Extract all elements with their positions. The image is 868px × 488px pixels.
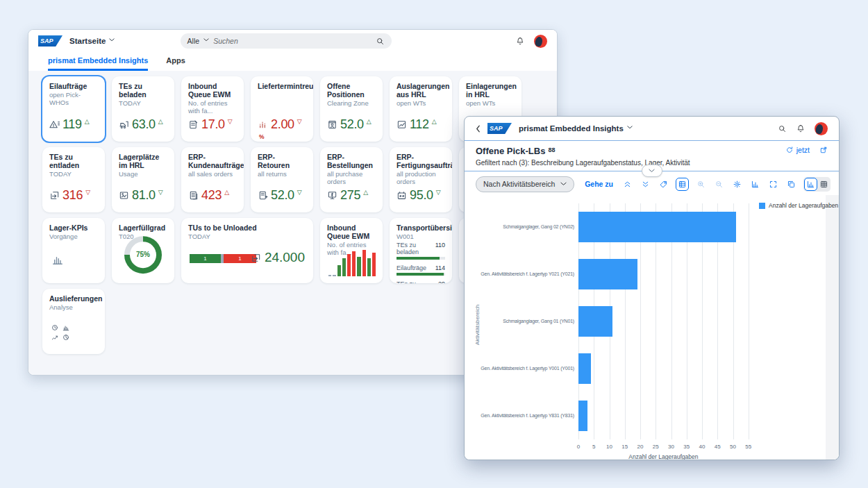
tile-inbound-queue-ewm[interactable]: Inbound Queue EWMNo. of entries with fa.… xyxy=(320,218,383,283)
search-input[interactable]: Suchen xyxy=(213,37,371,45)
back-chevron-icon[interactable] xyxy=(476,125,481,133)
category-label: Schmalganglager, Gang 01 (YN01) xyxy=(473,319,574,323)
tile-subtitle: No. of entries with fa... xyxy=(188,99,237,115)
tile-subtitle: all sales orders xyxy=(188,170,237,178)
refresh-button[interactable]: jetzt xyxy=(785,146,810,154)
goto-link[interactable]: Gehe zu xyxy=(585,180,613,188)
x-axis-tick-label: 50 xyxy=(730,444,736,450)
tile-auslieferungen[interactable]: AuslieferungenAnalyse xyxy=(42,289,105,354)
trend-down-indicator: ▽ xyxy=(158,189,163,196)
bar-2[interactable] xyxy=(578,259,637,289)
tile-kpi-value: 316▽ xyxy=(49,188,90,203)
tile-inbound-queue-ewm[interactable]: Inbound Queue EWMNo. of entries with fa.… xyxy=(181,76,244,142)
bar-1[interactable] xyxy=(578,212,736,242)
x-axis-tick-label: 45 xyxy=(715,444,721,450)
tile-kpi-value: 52.0▽ xyxy=(258,188,302,203)
trend-up-indicator: △ xyxy=(432,118,437,125)
tile-kpi-unit: % xyxy=(259,133,265,140)
search-bar[interactable]: Alle Suchen xyxy=(181,33,392,49)
tile-offene-positionen[interactable]: Offene PositionenClearing Zone52.0△ xyxy=(320,76,383,142)
tile-lager-kpis[interactable]: Lager-KPIsVorgänge xyxy=(42,218,105,283)
mini-bar xyxy=(342,258,346,276)
export-icon[interactable] xyxy=(785,178,797,190)
open-in-new-icon[interactable] xyxy=(819,146,828,154)
comparison-line: TEs zu beladen110 xyxy=(397,242,445,255)
tile-lagerf-llgrad[interactable]: LagerfüllgradT02075% xyxy=(112,218,174,283)
search-icon[interactable] xyxy=(376,37,385,46)
refresh-label: jetzt xyxy=(796,146,810,154)
unload-icon xyxy=(251,253,261,263)
tile-title: ERP-Bestellungen xyxy=(327,153,376,169)
tile-tus-to-be-unloaded[interactable]: TUs to be UnloadedTODAY1124.000 xyxy=(181,218,313,283)
tile-eilauftr-ge[interactable]: Eilaufträgeopen Pick-WHOs119△ xyxy=(42,76,105,142)
tile-title: TUs to be Unloaded xyxy=(188,224,306,232)
nav-title-menu[interactable]: Startseite xyxy=(69,37,115,45)
sap-logo[interactable]: SAP xyxy=(38,35,62,47)
chart-view-icon[interactable] xyxy=(804,178,817,191)
tile-erp-retouren[interactable]: ERP-Retourenall returns52.0▽ xyxy=(251,147,313,212)
trend-icon xyxy=(51,333,60,342)
legend-color-swatch xyxy=(759,203,765,209)
user-avatar[interactable] xyxy=(815,122,828,135)
tile-subtitle: Usage xyxy=(119,170,167,178)
mini-bar xyxy=(357,257,360,276)
tab-apps[interactable]: Apps xyxy=(166,56,185,71)
tile-title: ERP-Retouren xyxy=(258,153,306,169)
chevron-down-icon[interactable] xyxy=(203,38,209,44)
zoom-out-icon[interactable] xyxy=(713,178,725,190)
bars-icon xyxy=(258,119,268,130)
sap-logo[interactable]: SAP xyxy=(487,123,512,134)
alert-icon xyxy=(49,119,60,130)
user-avatar[interactable] xyxy=(534,35,547,48)
tile-title: TEs zu entladen xyxy=(49,153,98,169)
trend-down-indicator: ▽ xyxy=(228,118,233,125)
tile-title: Eilaufträge xyxy=(49,82,98,90)
tag-icon[interactable] xyxy=(658,178,669,190)
x-axis-title: Anzahl der Lageraufgaben xyxy=(578,453,749,460)
trend-down-indicator: ▽ xyxy=(297,189,302,196)
table-view-icon[interactable] xyxy=(818,178,830,190)
expand-all-icon[interactable] xyxy=(640,178,651,190)
notifications-bell-icon[interactable] xyxy=(515,36,525,46)
tile-title: Transportübersicht xyxy=(397,224,445,232)
tile-subtitle: Vorgänge xyxy=(49,233,98,240)
gray-bars-icon xyxy=(51,253,65,267)
tab-prismat-embedded-insights[interactable]: prismat Embedded Insights xyxy=(48,56,148,71)
collapse-all-icon[interactable] xyxy=(621,178,633,190)
trend-down-indicator: ▽ xyxy=(85,189,90,196)
tile-liefertermintreue[interactable]: Liefertermintreue2.00▽% xyxy=(251,76,313,142)
tile-erp-fertigungsauftr-ge[interactable]: ERP-Fertigungsaufträgeall production ord… xyxy=(390,147,452,212)
comparison-value: 114 xyxy=(435,264,445,271)
dimension-select-button[interactable]: Nach Aktivitätsbereich xyxy=(476,176,574,192)
tile-kpi-number: 52.0 xyxy=(271,188,294,203)
tile-tes-zu-entladen[interactable]: TEs zu entladenTODAY316▽ xyxy=(42,147,105,212)
search-icon[interactable] xyxy=(778,124,787,133)
tile-erp-kundenauftr-ge[interactable]: ERP-Kundenaufträgeall sales orders423△ xyxy=(181,147,244,212)
notifications-bell-icon[interactable] xyxy=(796,124,806,133)
chart-axis-icon[interactable] xyxy=(749,178,761,190)
bar-4[interactable] xyxy=(578,353,591,384)
tile-subtitle: TODAY xyxy=(119,99,167,107)
search-scope-select[interactable]: Alle xyxy=(187,37,200,45)
settings-icon[interactable] xyxy=(731,178,743,190)
tile-auslagerungen-aus-hrl[interactable]: Auslagerungen aus HRLopen WTs112△ xyxy=(390,76,452,142)
zoom-in-icon[interactable] xyxy=(695,178,707,190)
app-title-menu[interactable]: prismat Embedded Insights xyxy=(519,124,633,133)
mini-icon-cluster xyxy=(51,323,72,342)
expand-filter-bar-button[interactable] xyxy=(642,165,662,177)
tile-tes-zu-beladen[interactable]: TEs zu beladenTODAY63.0△ xyxy=(112,76,174,142)
trend-down-indicator: ▽ xyxy=(297,118,302,125)
nav-title-label: Startseite xyxy=(69,37,106,45)
bar-3[interactable] xyxy=(578,306,612,337)
tile-transport-bersicht[interactable]: TransportübersichtW001TEs zu beladen110E… xyxy=(390,218,452,283)
forklift-icon xyxy=(119,119,129,130)
tile-title: Lagerplätze im HRL xyxy=(119,153,167,169)
tile-subtitle: open Pick-WHOs xyxy=(49,91,98,106)
dimension-label: Nach Aktivitätsbereich xyxy=(483,180,555,188)
bar-5[interactable] xyxy=(578,401,587,431)
tile-erp-bestellungen[interactable]: ERP-Bestellungenall purchase orders275△ xyxy=(320,147,383,212)
comparison-label: TEs zu beladen xyxy=(397,242,435,255)
fullscreen-icon[interactable] xyxy=(767,178,779,190)
legend-icon[interactable] xyxy=(676,178,689,191)
tile-lagerpl-tze-im-hrl[interactable]: Lagerplätze im HRLUsage81.0▽ xyxy=(112,147,174,212)
